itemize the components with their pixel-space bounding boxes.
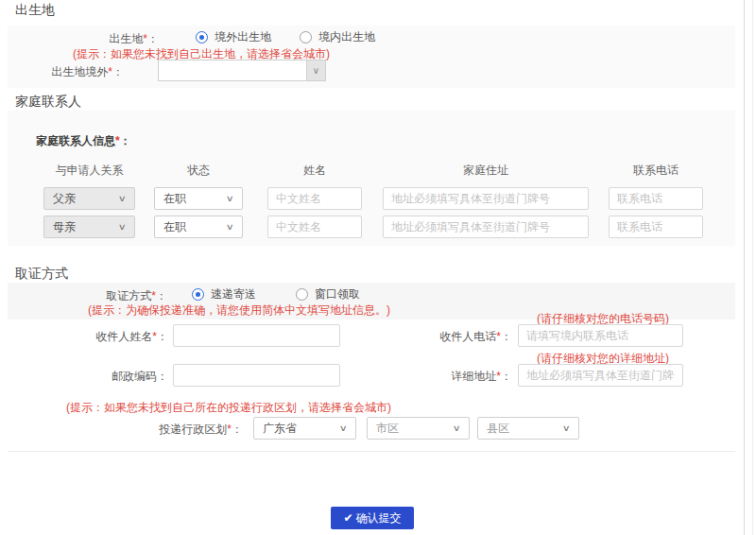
detail-address-label: 详细地址*：: [367, 369, 512, 385]
detail-address-input[interactable]: [518, 364, 683, 387]
column-header-name: 姓名: [267, 163, 362, 179]
chevron-down-icon: ∨: [453, 424, 461, 433]
recipient-name-input[interactable]: [173, 324, 340, 347]
radio-express-delivery[interactable]: 速递寄送: [192, 286, 256, 302]
radio-dot-icon: [192, 288, 204, 301]
status-select[interactable]: 在职∨: [154, 187, 243, 210]
district-label: 投递行政区划*：: [64, 422, 243, 438]
postal-code-label: 邮政编码：: [8, 369, 168, 385]
chevron-down-icon: ∨: [226, 223, 234, 232]
recipient-phone-input[interactable]: [518, 324, 683, 347]
contact-phone-input[interactable]: [609, 187, 703, 210]
application-form-page: 出生地 出生地*： 境外出生地 境内出生地 (提示：如果您未找到自己出生地，请选…: [0, 0, 756, 535]
birthplace-overseas-label: 出生地境外*：: [8, 64, 124, 80]
postal-code-input[interactable]: [173, 364, 340, 387]
radio-window-pickup[interactable]: 窗口领取: [296, 286, 360, 302]
check-icon: ✔: [343, 511, 352, 525]
chevron-down-icon: ∨: [118, 223, 127, 232]
chevron-down-icon: ∨: [562, 424, 571, 433]
column-header-status: 状态: [154, 163, 243, 179]
column-header-relation: 与申请人关系: [43, 163, 135, 179]
radio-label: 窗口领取: [315, 286, 360, 302]
delivery-section-title: 取证方式: [15, 266, 68, 283]
radio-label: 境外出生地: [215, 29, 271, 45]
chevron-down-icon: ∨: [118, 195, 127, 203]
birthplace-section-title: 出生地: [15, 2, 55, 19]
province-select[interactable]: 广东省∨: [253, 417, 356, 440]
chevron-down-icon: ∨: [339, 424, 348, 433]
county-select[interactable]: 县区∨: [477, 417, 579, 440]
radio-label: 速递寄送: [211, 286, 256, 302]
name-input[interactable]: [267, 216, 362, 238]
delivery-hint: (提示：为确保投递准确，请您使用简体中文填写地址信息。): [88, 302, 390, 319]
birthplace-overseas-select[interactable]: ∨: [158, 60, 326, 81]
recipient-name-label: 收件人姓名*：: [8, 329, 168, 345]
chevron-down-icon: ∨: [226, 195, 234, 203]
city-select[interactable]: 市区∨: [367, 417, 470, 440]
radio-label: 境内出生地: [318, 29, 375, 45]
family-section-title: 家庭联系人: [15, 94, 81, 111]
contact-phone-input[interactable]: [609, 216, 703, 238]
radio-dot-icon: [296, 288, 308, 301]
birthplace-field-label: 出生地*：: [8, 31, 159, 47]
district-hint: (提示：如果您未找到自己所在的投递行政区划，请选择省会城市): [66, 400, 391, 416]
delivery-panel: 取证方式*： 速递寄送 窗口领取 (提示：为确保投递准确，请您使用简体中文填写地…: [8, 283, 735, 452]
family-info-label: 家庭联系人信息*：: [36, 133, 131, 149]
family-panel: 家庭联系人信息*： 与申请人关系 状态 姓名 家庭住址 联系电话 父亲∨ 在职∨…: [8, 111, 735, 246]
radio-dot-icon: [196, 31, 208, 43]
name-input[interactable]: [267, 187, 362, 210]
page-right-border: [744, 0, 745, 535]
column-header-phone: 联系电话: [609, 163, 703, 179]
home-address-input[interactable]: [383, 216, 589, 238]
radio-birthplace-domestic[interactable]: 境内出生地: [300, 29, 375, 45]
recipient-phone-label: 收件人电话*：: [367, 329, 512, 345]
submit-label: 确认提交: [356, 510, 402, 526]
chevron-down-icon: ∨: [306, 60, 325, 80]
status-select[interactable]: 在职∨: [154, 216, 243, 238]
scrollbar-track-line[interactable]: [752, 0, 753, 535]
confirm-submit-button[interactable]: ✔ 确认提交: [331, 507, 414, 529]
home-address-input[interactable]: [383, 187, 589, 210]
relation-select[interactable]: 父亲∨: [43, 187, 135, 210]
column-header-address: 家庭住址: [383, 163, 589, 179]
birthplace-panel: 出生地*： 境外出生地 境内出生地 (提示：如果您未找到自己出生地，请选择省会城…: [8, 26, 735, 88]
relation-select[interactable]: 母亲∨: [43, 216, 135, 238]
radio-dot-icon: [300, 31, 312, 43]
radio-birthplace-overseas[interactable]: 境外出生地: [196, 29, 271, 45]
